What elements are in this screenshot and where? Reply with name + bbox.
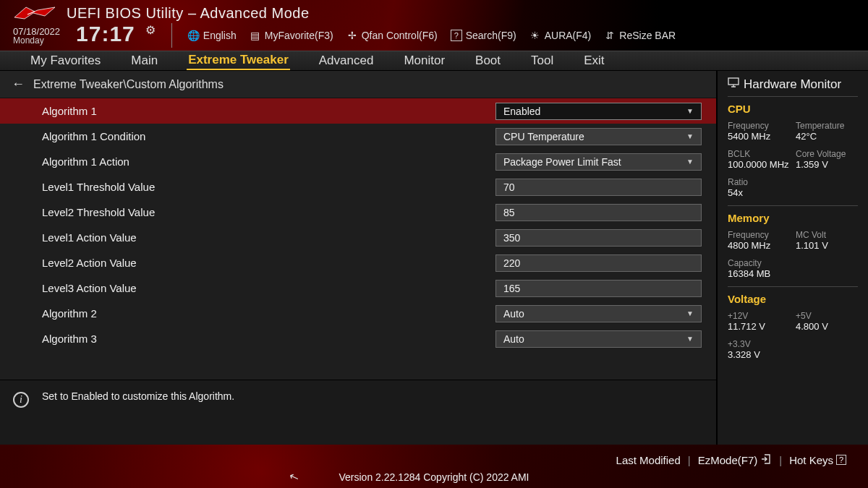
cpu-temp-label: Temperature [796, 121, 858, 131]
separator: | [779, 454, 782, 466]
setting-value: CPU Temperature [503, 131, 584, 142]
fan-icon: ✢ [346, 30, 358, 41]
setting-row[interactable]: Level2 Threshold Value85 [0, 200, 716, 225]
ezmode-label: EzMode(F7) [698, 454, 758, 466]
exit-icon [760, 453, 772, 467]
setting-label: Level2 Threshold Value [42, 206, 495, 218]
chevron-down-icon: ▼ [686, 132, 694, 140]
setting-row[interactable]: Level1 Action Value350 [0, 225, 716, 250]
myfavorite-label: MyFavorite(F3) [265, 30, 333, 41]
qfan-label: Qfan Control(F6) [362, 30, 438, 41]
setting-dropdown[interactable]: Auto▼ [495, 305, 702, 322]
list-icon: ▤ [250, 30, 261, 41]
setting-value: Package Power Limit Fast [503, 156, 621, 168]
breadcrumb-text: Extreme Tweaker\Custom Algorithms [33, 78, 224, 91]
setting-dropdown[interactable]: Package Power Limit Fast▼ [495, 153, 702, 171]
setting-value: 350 [503, 232, 520, 244]
volt-3v3-value: 3.328 V [728, 349, 790, 360]
search-button[interactable]: ?Search(F9) [451, 30, 516, 41]
mem-capacity-label: Capacity [728, 258, 790, 268]
hw-monitor-title: Hardware Monitor [744, 77, 841, 92]
setting-row[interactable]: Level2 Action Value220 [0, 250, 716, 275]
breadcrumb: ← Extreme Tweaker\Custom Algorithms [0, 71, 716, 98]
search-label: Search(F9) [466, 30, 516, 41]
tab-tool[interactable]: Tool [529, 52, 555, 69]
chevron-down-icon: ▼ [686, 309, 694, 317]
hw-memory-heading: Memory [728, 212, 858, 224]
cpu-bclk-label: BCLK [728, 149, 790, 159]
tab-extreme-tweaker[interactable]: Extreme Tweaker [187, 51, 290, 70]
svg-rect-0 [728, 78, 739, 85]
aura-label: AURA(F4) [545, 30, 592, 41]
setting-input[interactable]: 220 [495, 254, 702, 272]
setting-value: 85 [503, 207, 515, 218]
hardware-monitor-panel: Hardware Monitor CPU Frequency5400 MHz T… [716, 71, 868, 445]
setting-label: Level1 Threshold Value [42, 181, 495, 193]
date-text: 07/18/2022 [13, 27, 60, 36]
header: UEFI BIOS Utility – Advanced Mode 07/18/… [0, 0, 868, 51]
tab-exit[interactable]: Exit [582, 52, 605, 69]
tab-boot[interactable]: Boot [474, 52, 502, 69]
hw-cpu-section: CPU Frequency5400 MHz Temperature42°C BC… [728, 96, 858, 205]
setting-row[interactable]: Level1 Threshold Value70 [0, 174, 716, 200]
setting-input[interactable]: 165 [495, 280, 702, 297]
language-button[interactable]: 🌐English [188, 30, 237, 41]
sun-icon: ☀ [529, 30, 541, 41]
setting-label: Level3 Action Value [42, 282, 495, 294]
setting-dropdown[interactable]: CPU Temperature▼ [495, 128, 702, 145]
setting-label: Algorithm 1 [42, 105, 495, 117]
qfan-button[interactable]: ✢Qfan Control(F6) [346, 30, 438, 41]
mem-freq-value: 4800 MHz [728, 240, 790, 251]
setting-row[interactable]: Algorithm 1 ConditionCPU Temperature▼ [0, 124, 716, 149]
setting-row[interactable]: Level3 Action Value165 [0, 275, 716, 301]
tab-main[interactable]: Main [129, 52, 159, 69]
globe-icon: 🌐 [188, 30, 200, 41]
aura-button[interactable]: ☀AURA(F4) [529, 30, 592, 41]
separator [171, 23, 172, 48]
hw-voltage-section: Voltage +12V11.712 V +5V4.800 V +3.3V3.3… [728, 286, 858, 367]
mem-mcvolt-label: MC Volt [796, 230, 858, 240]
setting-input[interactable]: 350 [495, 229, 702, 247]
volt-5v-label: +5V [796, 311, 858, 321]
volt-12v-label: +12V [728, 311, 790, 321]
cpu-bclk-value: 100.0000 MHz [728, 159, 790, 170]
setting-dropdown[interactable]: Enabled▼ [495, 103, 702, 120]
ezmode-button[interactable]: EzMode(F7) [698, 453, 773, 467]
setting-row[interactable]: Algorithm 1Enabled▼ [0, 98, 716, 124]
setting-label: Level1 Action Value [42, 231, 495, 244]
tab-advanced[interactable]: Advanced [318, 52, 375, 69]
question-icon: ? [451, 30, 462, 41]
mem-freq-label: Frequency [728, 230, 790, 240]
last-modified-button[interactable]: Last Modified [616, 454, 681, 466]
tab-my-favorites[interactable]: My Favorites [29, 52, 102, 69]
setting-label: Algorithm 1 Action [42, 155, 495, 168]
hw-voltage-heading: Voltage [728, 293, 858, 305]
setting-label: Algorithm 2 [42, 307, 495, 320]
resizebar-label: ReSize BAR [619, 30, 676, 41]
gear-icon[interactable]: ⚙ [145, 23, 156, 37]
setting-row[interactable]: Algorithm 2Auto▼ [0, 301, 716, 326]
setting-input[interactable]: 70 [495, 179, 702, 196]
setting-input[interactable]: 85 [495, 204, 702, 221]
mem-mcvolt-value: 1.101 V [796, 240, 858, 251]
chevron-down-icon: ▼ [686, 335, 694, 343]
myfavorite-button[interactable]: ▤MyFavorite(F3) [250, 30, 333, 41]
hotkeys-button[interactable]: Hot Keys ? [789, 454, 846, 466]
setting-value: 220 [503, 257, 520, 269]
setting-value: Enabled [503, 106, 540, 117]
setting-row[interactable]: Algorithm 1 ActionPackage Power Limit Fa… [0, 149, 716, 174]
cpu-temp-value: 42°C [796, 131, 858, 142]
cpu-ratio-value: 54x [728, 187, 790, 198]
cpu-corevolt-value: 1.359 V [796, 159, 858, 170]
separator: | [688, 454, 691, 466]
cpu-corevolt-label: Core Voltage [796, 149, 858, 159]
resizebar-button[interactable]: ⇵ReSize BAR [604, 30, 676, 41]
cpu-ratio-label: Ratio [728, 177, 790, 187]
setting-row[interactable]: Algorithm 3Auto▼ [0, 326, 716, 351]
setting-label: Algorithm 3 [42, 333, 495, 345]
day-text: Monday [13, 36, 60, 45]
back-arrow-icon[interactable]: ← [12, 77, 25, 92]
setting-dropdown[interactable]: Auto▼ [495, 330, 702, 348]
tab-monitor[interactable]: Monitor [402, 52, 446, 69]
monitor-icon [728, 77, 739, 92]
